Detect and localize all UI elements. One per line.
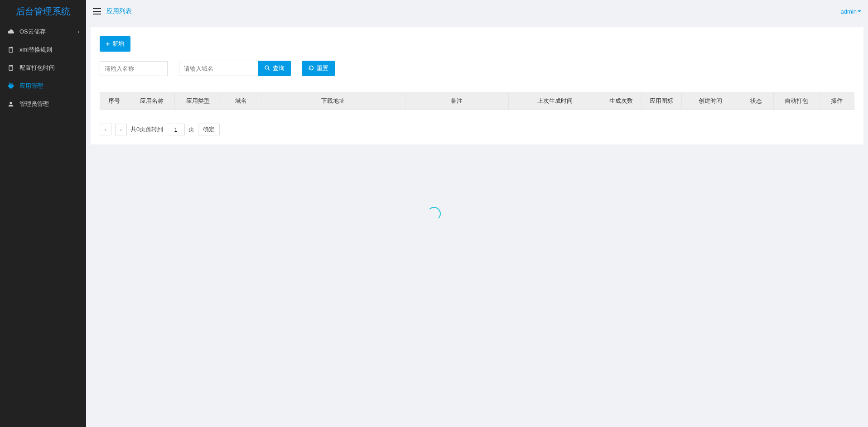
toolbar: + 新增 [100,36,854,52]
user-menu[interactable]: admin [841,8,861,15]
sidebar-item-label: xml替换规则 [19,46,52,54]
sidebar-item-0[interactable]: OS云储存› [0,23,86,41]
table-header: 创建时间 [681,92,739,110]
brand-logo: 后台管理系统 [0,0,86,23]
search-button-label: 查询 [273,64,285,72]
table-header: 上次生成时间 [509,92,601,110]
data-table: 序号应用名称应用类型域名下载地址备注上次生成时间生成次数应用图标创建时间状态自动… [100,92,854,110]
table-header: 应用图标 [641,92,681,110]
content: + 新增 查询 [86,23,868,427]
pagination-total: 共0页跳转到 [130,125,163,134]
sidebar-item-label: 应用管理 [19,82,43,90]
search-button[interactable]: 查询 [258,61,291,76]
page-confirm-button[interactable]: 确定 [198,124,220,135]
name-input[interactable] [100,61,168,76]
sidebar-item-label: 配置打包时间 [19,64,55,72]
sidebar-item-label: 管理员管理 [19,100,49,108]
domain-search-group: 查询 [179,61,291,76]
clipboard-icon [7,64,15,72]
reset-button[interactable]: 重置 [302,61,335,76]
sidebar: 后台管理系统 OS云储存›xml替换规则配置打包时间应用管理管理员管理 [0,0,86,427]
table-header: 应用名称 [129,92,175,110]
next-page-button[interactable]: › [115,124,127,135]
domain-input[interactable] [179,61,258,76]
table-header: 生成次数 [601,92,641,110]
chevron-right-icon: › [78,29,79,34]
add-button-label: 新增 [112,40,124,48]
page-title: 应用列表 [106,7,132,15]
card: + 新增 查询 [91,27,863,144]
android-icon [7,82,15,90]
cloud-icon [7,28,15,36]
page-input[interactable] [167,124,185,135]
svg-line-4 [268,68,270,70]
sidebar-item-1[interactable]: xml替换规则 [0,41,86,59]
add-button[interactable]: + 新增 [100,36,130,52]
reset-button-label: 重置 [317,64,328,72]
user-name: admin [841,8,857,15]
sidebar-item-3[interactable]: 应用管理 [0,77,86,95]
clipboard-icon [7,46,15,54]
plus-icon: + [106,40,110,48]
table-header: 域名 [221,92,261,110]
sidebar-item-4[interactable]: 管理员管理 [0,95,86,113]
sidebar-item-label: OS云储存 [19,28,46,36]
menu-toggle-icon[interactable] [93,8,101,14]
page-suffix: 页 [188,125,194,134]
search-icon [265,65,270,72]
refresh-icon [309,65,314,72]
svg-point-3 [265,66,269,69]
header: 应用列表 admin [86,0,868,23]
user-icon [7,100,15,108]
table-header: 序号 [100,92,129,110]
table-header: 备注 [405,92,509,110]
pagination: ‹ › 共0页跳转到 页 确定 [100,124,854,135]
chevron-down-icon [858,10,861,12]
table-header: 操作 [820,92,854,110]
table-header: 应用类型 [175,92,221,110]
prev-page-button[interactable]: ‹ [100,124,111,135]
table-header: 下载地址 [261,92,405,110]
table-header: 自动打包 [773,92,820,110]
sidebar-item-2[interactable]: 配置打包时间 [0,59,86,77]
table-header: 状态 [739,92,773,110]
filter-row: 查询 重置 [100,61,854,76]
main-area: 应用列表 admin + 新增 [86,0,868,427]
